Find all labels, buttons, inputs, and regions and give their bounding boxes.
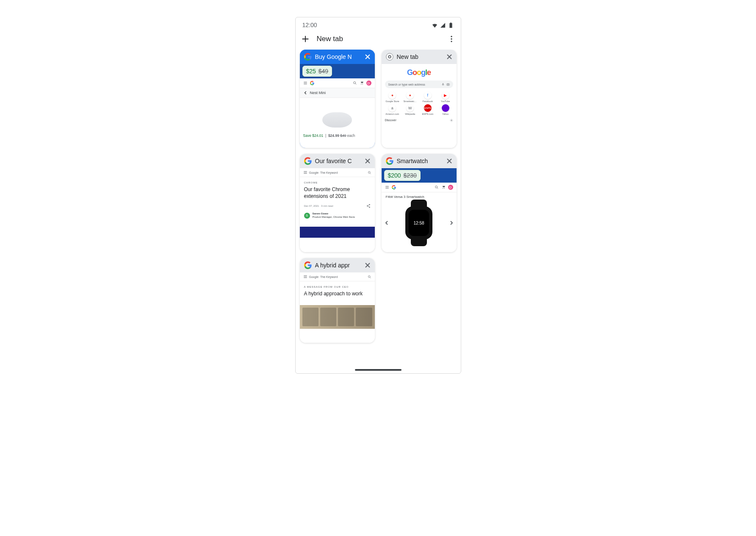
site-shortcut: Yahoo <box>437 104 454 115</box>
product-name: Nest Mini <box>310 91 326 95</box>
product-image <box>322 112 352 128</box>
chevron-left-icon <box>384 220 389 225</box>
search-icon <box>435 185 439 189</box>
search-icon <box>353 81 357 85</box>
discover-label: Discover <box>385 119 396 122</box>
article-header-bar: Google The Keyword <box>300 272 375 281</box>
chevron-right-icon <box>449 220 454 225</box>
tab-titlebar: Buy Google N <box>300 50 375 64</box>
tab-title: Buy Google N <box>315 53 361 60</box>
tab-card[interactable]: A hybrid appr Google The Keyword A MESSA… <box>300 258 375 343</box>
most-visited-grid: ●Google Store ●Smartwatc… fFacebook ▶You… <box>382 88 457 117</box>
svg-point-11 <box>389 56 390 58</box>
price-current: $200 <box>388 172 401 179</box>
close-tab-button[interactable] <box>365 54 371 60</box>
google-icon <box>392 185 396 189</box>
menu-icon <box>385 185 389 189</box>
close-tab-button[interactable] <box>365 262 371 268</box>
overflow-menu-button[interactable] <box>447 35 456 43</box>
new-tab-button[interactable] <box>301 34 310 44</box>
close-tab-button[interactable] <box>365 158 371 164</box>
article-headline: A hybrid approach to work <box>304 291 371 297</box>
google-icon <box>386 157 393 165</box>
mic-icon <box>441 83 445 86</box>
close-tab-button[interactable] <box>446 54 452 60</box>
article-hero-image <box>300 305 375 329</box>
tab-thumbnail[interactable]: Google The Keyword A MESSAGE FROM OUR CE… <box>300 272 375 343</box>
article-hero-image <box>300 227 375 238</box>
cart-icon <box>360 81 364 85</box>
site-shortcut: aAmazon.com <box>384 104 401 115</box>
article-byline: S Sarem Gizaw Product Manager, Chrome We… <box>304 212 371 219</box>
menu-icon <box>303 170 307 175</box>
google-icon <box>304 157 312 165</box>
svg-point-20 <box>368 171 370 173</box>
svg-point-7 <box>353 82 355 84</box>
google-icon <box>310 81 314 85</box>
new-tab-label[interactable]: New tab <box>317 35 343 43</box>
tab-title: A hybrid appr <box>315 262 361 269</box>
tab-switcher-toolbar: New tab <box>296 30 461 50</box>
site-shortcut: ▶YouTube <box>437 92 454 103</box>
svg-line-26 <box>368 206 369 207</box>
svg-line-21 <box>370 173 371 174</box>
article-kicker: A MESSAGE FROM OUR CEO <box>304 286 371 288</box>
tab-grid[interactable]: Buy Google N $25 $49 D <box>296 50 461 373</box>
site-shortcut: ESPNESPN.com <box>419 104 436 115</box>
price-line: Save $24.01 | $24.99 $49 each <box>300 132 375 139</box>
article-meta: Dec 07, 2021 · 3 min read <box>304 205 333 207</box>
watch-face-time: 12:58 <box>409 210 429 236</box>
svg-point-24 <box>369 207 370 208</box>
brand-google: Google <box>309 171 319 174</box>
article-kicker: CHROME <box>304 181 371 184</box>
breadcrumb-back: Nest Mini <box>300 88 375 98</box>
arrow-left-icon <box>304 91 307 94</box>
tab-thumbnail[interactable]: Google The Keyword CHROME Our favorite C… <box>300 168 375 252</box>
tab-thumbnail[interactable]: $200 $230 D Fitbit Versa 3 Smartwatch <box>382 168 457 252</box>
svg-point-22 <box>369 204 370 206</box>
tab-card[interactable]: Smartwatch $200 $230 D Fitbit Versa 3 S <box>382 154 457 252</box>
author-name: Sarem Gizaw <box>313 212 328 215</box>
tab-thumbnail[interactable]: Google Search or type web address ●Googl… <box>382 64 457 148</box>
phone-frame: 12:00 New tab Buy Google N $25 $49 <box>295 17 461 374</box>
tab-title: Smartwatch <box>397 158 443 164</box>
site-shortcut: fFacebook <box>419 92 436 103</box>
site-shortcut: ●Smartwatc… <box>402 92 418 103</box>
product-carousel: 12:58 <box>382 201 457 239</box>
svg-point-16 <box>448 84 449 85</box>
tab-card[interactable]: New tab Google Search or type web addres… <box>382 50 457 148</box>
price-current: $25 <box>306 68 316 75</box>
tab-thumbnail[interactable]: $25 $49 D Nest Mini Sa <box>300 64 375 148</box>
svg-point-33 <box>368 275 370 278</box>
tab-title: New tab <box>397 53 443 60</box>
tab-titlebar: Smartwatch <box>382 154 457 168</box>
svg-line-25 <box>368 205 369 206</box>
price-old: $49 <box>318 68 328 75</box>
avatar: D <box>366 81 371 86</box>
svg-rect-15 <box>447 83 449 85</box>
status-icons <box>432 22 454 28</box>
share-icon <box>366 204 371 208</box>
status-time: 12:00 <box>302 22 317 28</box>
google-icon <box>304 53 312 61</box>
gear-icon <box>450 119 453 122</box>
svg-point-23 <box>367 206 368 207</box>
author-avatar: S <box>304 213 310 219</box>
battery-icon <box>448 22 454 28</box>
store-header: D <box>300 78 375 88</box>
gesture-nav-bar[interactable] <box>355 369 402 371</box>
price-drop-chip[interactable]: $25 $49 <box>302 66 332 77</box>
brand-keyword: The Keyword <box>320 171 338 174</box>
store-header: D <box>382 183 457 192</box>
article-headline: Our favorite Chrome extensions of 2021 <box>304 186 371 200</box>
smartwatch-image: 12:58 <box>405 206 432 239</box>
google-doodle: Google <box>382 68 457 77</box>
svg-line-8 <box>355 83 356 84</box>
price-drop-chip[interactable]: $200 $230 <box>384 170 421 181</box>
tab-card[interactable]: Buy Google N $25 $49 D <box>300 50 375 148</box>
search-omnibox: Search or type web address <box>385 81 453 88</box>
site-shortcut: WWikipedia <box>402 104 418 115</box>
avatar: D <box>448 185 453 190</box>
close-tab-button[interactable] <box>446 158 452 164</box>
tab-card[interactable]: Our favorite C Google The Keyword CHROME… <box>300 154 375 252</box>
